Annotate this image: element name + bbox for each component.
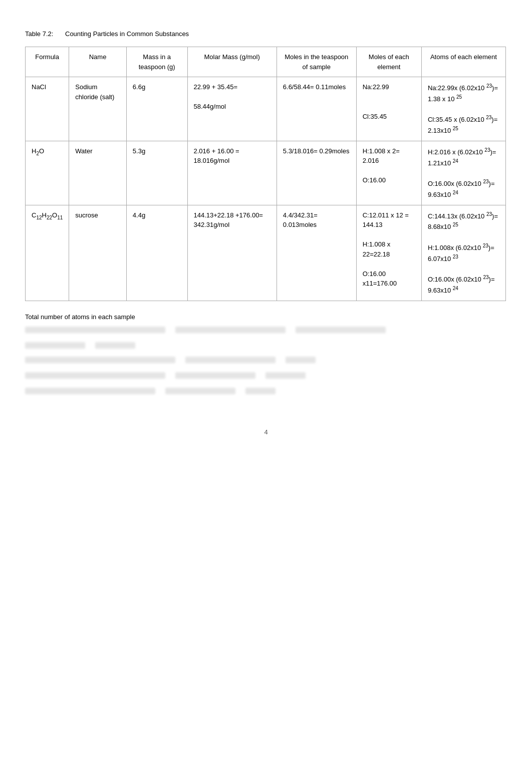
- col-header-formula: Formula: [26, 47, 69, 77]
- cell-moles-each: Na:22.99Cl:35.45: [356, 77, 421, 141]
- col-header-atoms-each: Atoms of each element: [421, 47, 505, 77]
- cell-atoms-each: C:144.13x (6.02x10 23)= 8.68x10 25 H:1.0…: [421, 205, 505, 301]
- table-row: H2O Water 5.3g 2.016 + 16.00 = 18.016g/m…: [26, 141, 506, 205]
- table-row: NaCl Sodium chloride (salt) 6.6g 22.99 +…: [26, 77, 506, 141]
- cell-mass: 6.6g: [126, 77, 187, 141]
- cell-name: Sodium chloride (salt): [69, 77, 127, 141]
- cell-atoms-each: Na:22.99x (6.02x10 23)= 1.38 x 10 25 Cl:…: [421, 77, 505, 141]
- col-header-molar-mass: Molar Mass (g/mol): [187, 47, 277, 77]
- cell-molar-mass: 144.13+22.18 +176.00= 342.31g/mol: [187, 205, 277, 301]
- table-number: Table 7.2:: [25, 30, 53, 38]
- cell-atoms-each: H:2.016 x (6.02x10 23)= 1.21x10 24 O:16.…: [421, 141, 505, 205]
- cell-name: sucrose: [69, 205, 127, 301]
- cell-mass: 4.4g: [126, 205, 187, 301]
- cell-molar-mass: 2.016 + 16.00 = 18.016g/mol: [187, 141, 277, 205]
- cell-formula: H2O: [26, 141, 69, 205]
- footer-section: Total number of atoms in each sample: [20, 313, 512, 398]
- cell-moles-each: C:12.011 x 12 = 144.13 H:1.008 x 22=22.1…: [356, 205, 421, 301]
- cell-formula: NaCl: [26, 77, 69, 141]
- footer-label: Total number of atoms in each sample: [25, 313, 512, 321]
- col-header-mass: Mass in a teaspoon (g): [126, 47, 187, 77]
- cell-molar-mass: 22.99 + 35.45=58.44g/mol: [187, 77, 277, 141]
- cell-moles: 5.3/18.016= 0.29moles: [277, 141, 356, 205]
- cell-name: Water: [69, 141, 127, 205]
- table-row: C12H22O11 sucrose 4.4g 144.13+22.18 +176…: [26, 205, 506, 301]
- page-number: 4: [20, 428, 512, 436]
- cell-formula: C12H22O11: [26, 205, 69, 301]
- cell-moles-each: H:1.008 x 2= 2.016O:16.00: [356, 141, 421, 205]
- table-subtitle: Counting Particles in Common Substances: [65, 30, 189, 38]
- col-header-name: Name: [69, 47, 127, 77]
- main-table: Formula Name Mass in a teaspoon (g) Mola…: [25, 47, 506, 301]
- cell-moles: 4.4/342.31= 0.013moles: [277, 205, 356, 301]
- col-header-moles-each: Moles of each element: [356, 47, 421, 77]
- cell-moles: 6.6/58.44= 0.11moles: [277, 77, 356, 141]
- table-title: Table 7.2: Counting Particles in Common …: [20, 30, 512, 38]
- col-header-moles: Moles in the teaspoon of sample: [277, 47, 356, 77]
- cell-mass: 5.3g: [126, 141, 187, 205]
